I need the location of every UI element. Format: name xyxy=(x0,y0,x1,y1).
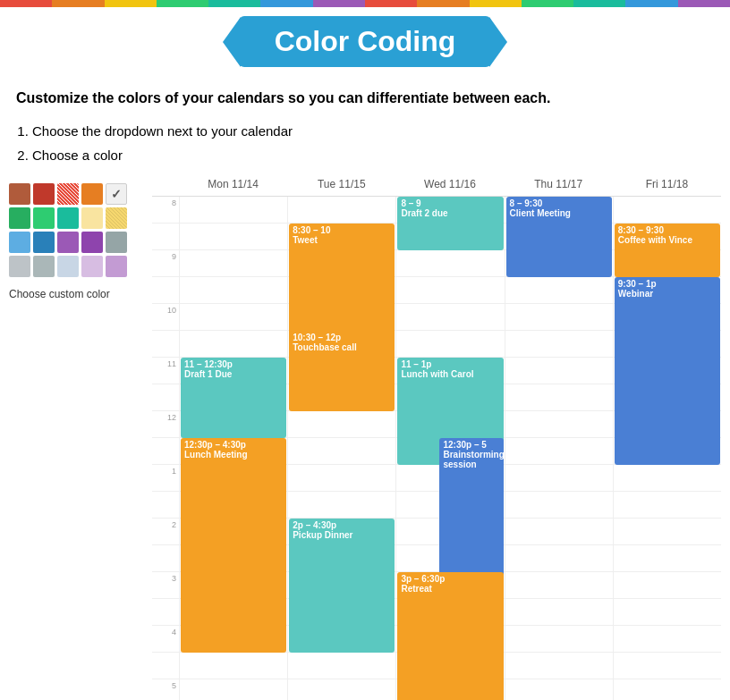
color-swatch[interactable] xyxy=(33,256,55,277)
step-2: Choose a color xyxy=(32,143,714,167)
time-2: 2 xyxy=(152,519,179,545)
time-8: 8 xyxy=(152,197,179,223)
time-5: 5 xyxy=(152,679,179,700)
time-4: 4 xyxy=(152,626,179,653)
day-header-tue: Tue 11/15 xyxy=(287,176,395,192)
color-swatch[interactable] xyxy=(9,207,30,229)
step-1: Choose the dropdown next to your calenda… xyxy=(32,119,714,143)
event-retreat: 3p – 6:30pRetreat xyxy=(397,572,503,700)
calendar-body: 8 9 10 11 12 1 2 3 4 5 6 xyxy=(152,197,721,700)
day-col-fri: 8:30 – 9:30Coffee with Vince 9:30 – 1pWe… xyxy=(613,197,721,700)
time-1: 1 xyxy=(152,465,179,492)
color-swatch[interactable] xyxy=(57,232,79,253)
color-swatch[interactable] xyxy=(9,183,30,205)
time-430 xyxy=(152,653,179,679)
day-header-mon: Mon 11/14 xyxy=(179,176,287,192)
custom-color-link[interactable]: Choose custom color xyxy=(9,284,148,300)
time-col-header xyxy=(152,176,179,192)
time-330 xyxy=(152,599,179,626)
event-client-meeting: 8 – 9:30Client Meeting xyxy=(506,197,612,277)
event-pickup-dinner: 2p – 4:30pPickup Dinner xyxy=(289,519,395,653)
event-draft2: 8 – 9Draft 2 due xyxy=(397,197,503,250)
color-swatch[interactable] xyxy=(9,256,30,277)
color-swatch[interactable] xyxy=(81,256,103,277)
color-grid xyxy=(9,183,148,277)
day-col-tue: 8:30 – 10Tweet 10:30 – 12pTouchbase call… xyxy=(287,197,395,700)
color-swatch[interactable] xyxy=(106,232,127,253)
time-1030 xyxy=(152,331,179,358)
color-swatch[interactable] xyxy=(57,207,79,229)
color-swatch[interactable] xyxy=(81,207,103,229)
rainbow-bar xyxy=(0,0,730,7)
time-9: 9 xyxy=(152,250,179,277)
event-webinar: 9:30 – 1pWebinar xyxy=(615,277,720,465)
time-230 xyxy=(152,545,179,572)
page-title: Color Coding xyxy=(239,16,492,67)
color-swatch-checked[interactable] xyxy=(106,183,127,205)
color-swatch[interactable] xyxy=(106,256,127,277)
color-swatch[interactable] xyxy=(33,232,55,253)
time-830 xyxy=(152,223,179,250)
color-swatch[interactable] xyxy=(57,183,79,205)
event-draft1: 11 – 12:30pDraft 1 Due xyxy=(181,358,286,438)
event-lunch-meeting: 12:30p – 4:30pLunch Meeting xyxy=(181,438,286,653)
time-930 xyxy=(152,277,179,304)
steps-list: Choose the dropdown next to your calenda… xyxy=(0,114,730,176)
day-header-fri: Fri 11/18 xyxy=(613,176,721,192)
day-col-thu: 8 – 9:30Client Meeting xyxy=(505,197,613,700)
time-12: 12 xyxy=(152,411,179,438)
time-1130 xyxy=(152,384,179,411)
calendar-header: Mon 11/14 Tue 11/15 Wed 11/16 Thu 11/17 … xyxy=(152,176,721,197)
color-swatch[interactable] xyxy=(81,232,103,253)
color-swatch[interactable] xyxy=(106,207,127,229)
color-swatch[interactable] xyxy=(33,183,55,205)
main-area: Choose custom color Mon 11/14 Tue 11/15 … xyxy=(0,176,730,700)
time-1230 xyxy=(152,438,179,465)
time-11: 11 xyxy=(152,358,179,384)
day-col-wed: 8 – 9Draft 2 due 11 – 1pLunch with Carol… xyxy=(395,197,504,700)
description-text: Customize the colors of your calendars s… xyxy=(0,74,608,114)
color-sidebar: Choose custom color xyxy=(9,176,148,700)
day-col-mon: 11 – 12:30pDraft 1 Due 12:30p – 4:30pLun… xyxy=(179,197,287,700)
time-labels-col: 8 9 10 11 12 1 2 3 4 5 6 xyxy=(152,197,179,700)
color-swatch[interactable] xyxy=(57,256,79,277)
time-130 xyxy=(152,492,179,519)
color-swatch[interactable] xyxy=(9,232,30,253)
time-3: 3 xyxy=(152,572,179,599)
day-header-wed: Wed 11/16 xyxy=(395,176,504,192)
calendar: Mon 11/14 Tue 11/15 Wed 11/16 Thu 11/17 … xyxy=(152,176,721,700)
event-coffee-vince: 8:30 – 9:30Coffee with Vince xyxy=(615,223,720,277)
time-10: 10 xyxy=(152,304,179,331)
event-touchbase: 10:30 – 12pTouchbase call xyxy=(289,331,395,411)
day-header-thu: Thu 11/17 xyxy=(505,176,613,192)
color-swatch[interactable] xyxy=(81,183,103,205)
color-swatch[interactable] xyxy=(33,207,55,229)
header-section: Color Coding xyxy=(0,7,730,74)
